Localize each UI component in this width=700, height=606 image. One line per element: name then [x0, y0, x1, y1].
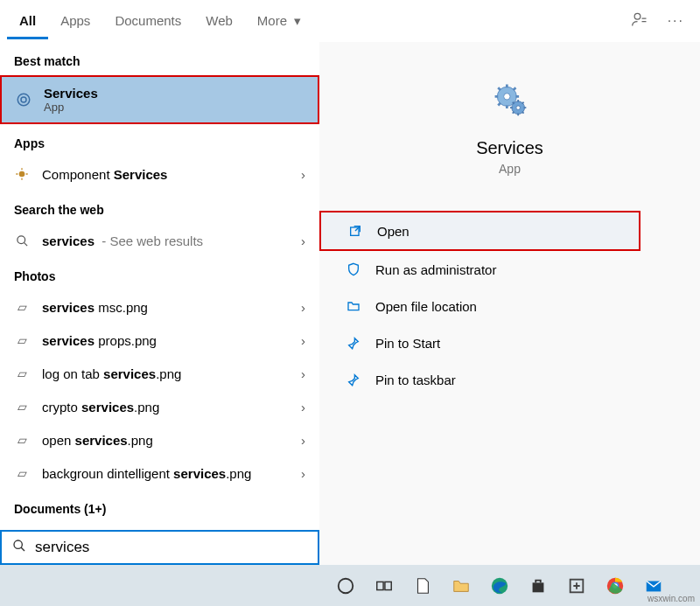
pin-icon: [346, 372, 361, 387]
store-icon[interactable]: [523, 571, 553, 601]
image-icon: ▱: [14, 299, 30, 315]
svg-point-1: [21, 97, 26, 102]
result-label: services - See web results: [42, 233, 305, 248]
action-label: Pin to taskbar: [375, 373, 456, 387]
preview-subtitle: App: [319, 162, 700, 176]
action-label: Open file location: [375, 299, 477, 314]
action-run-admin[interactable]: Run as administrator: [319, 251, 700, 288]
chevron-right-icon: ›: [301, 333, 305, 348]
best-match-subtitle: App: [44, 101, 98, 114]
search-scope-tabs: All Apps Documents Web More ▾ ···: [0, 0, 700, 42]
search-icon: [14, 233, 30, 248]
taskview-icon[interactable]: [369, 571, 399, 601]
result-label: backgroun dintelligent services.png: [42, 466, 305, 481]
svg-point-6: [503, 94, 509, 100]
search-input[interactable]: [35, 539, 307, 556]
section-apps: Apps: [0, 124, 319, 157]
result-photo-4[interactable]: ▱ open services.png ›: [0, 423, 319, 456]
result-photo-1[interactable]: ▱ services props.png ›: [0, 324, 319, 357]
action-open-location[interactable]: Open file location: [319, 288, 700, 324]
svg-point-11: [339, 578, 354, 593]
chrome-icon[interactable]: [600, 571, 630, 601]
svg-point-3: [19, 171, 25, 178]
result-photo-3[interactable]: ▱ crypto services.png ›: [0, 390, 319, 423]
more-options-icon[interactable]: ···: [668, 13, 684, 29]
chevron-right-icon: ›: [301, 233, 305, 248]
result-component-services[interactable]: Component Services ›: [0, 157, 319, 191]
chevron-right-icon: ›: [301, 366, 305, 381]
section-documents[interactable]: Documents (1+): [0, 490, 319, 523]
shield-icon: [346, 261, 361, 277]
section-photos: Photos: [0, 257, 319, 290]
files-icon[interactable]: [408, 571, 438, 601]
feedback-icon[interactable]: [631, 10, 648, 31]
chevron-right-icon: ›: [301, 466, 305, 481]
result-label: Component Services: [42, 167, 305, 182]
cortana-icon[interactable]: [331, 571, 360, 601]
results-panel: Best match Services App Apps Component S…: [0, 42, 319, 565]
image-icon: ▱: [14, 465, 30, 481]
image-icon: ▱: [14, 432, 30, 448]
explorer-icon[interactable]: [446, 571, 476, 601]
open-icon: [347, 223, 363, 239]
svg-point-8: [515, 106, 520, 110]
action-label: Open: [377, 224, 410, 239]
tab-more[interactable]: More ▾: [245, 3, 313, 40]
preview-title: Services: [319, 138, 700, 158]
result-photo-5[interactable]: ▱ backgroun dintelligent services.png ›: [0, 456, 319, 490]
action-label: Pin to Start: [375, 336, 440, 351]
edge-icon[interactable]: [485, 571, 514, 601]
result-label: services msc.png: [42, 300, 305, 315]
action-label: Run as administrator: [375, 262, 496, 277]
action-open[interactable]: Open: [319, 211, 640, 251]
image-icon: ▱: [14, 399, 30, 414]
snip-icon[interactable]: [562, 571, 592, 601]
section-web: Search the web: [0, 191, 319, 224]
services-icon: [16, 92, 32, 108]
result-label: open services.png: [42, 433, 305, 448]
result-photo-0[interactable]: ▱ services msc.png ›: [0, 290, 319, 324]
image-icon: ▱: [14, 332, 30, 348]
result-label: services props.png: [42, 333, 305, 348]
component-services-icon: [14, 166, 30, 182]
svg-rect-12: [377, 582, 383, 589]
tab-all[interactable]: All: [7, 3, 48, 39]
svg-point-0: [634, 13, 640, 19]
tab-more-label: More: [257, 13, 287, 28]
chevron-right-icon: ›: [301, 167, 305, 182]
result-photo-2[interactable]: ▱ log on tab services.png ›: [0, 357, 319, 390]
best-match-title: Services: [44, 86, 98, 101]
result-label: crypto services.png: [42, 400, 305, 414]
svg-point-4: [17, 235, 24, 243]
action-pin-start[interactable]: Pin to Start: [319, 324, 700, 361]
svg-rect-13: [385, 582, 391, 589]
tab-apps[interactable]: Apps: [48, 3, 102, 39]
tab-web[interactable]: Web: [193, 3, 245, 39]
section-best-match: Best match: [0, 42, 319, 75]
best-match-services[interactable]: Services App: [0, 75, 319, 124]
tab-documents[interactable]: Documents: [102, 3, 193, 39]
taskbar: [0, 565, 700, 606]
search-box[interactable]: [0, 530, 319, 565]
result-label: log on tab services.png: [42, 366, 305, 381]
chevron-right-icon: ›: [301, 400, 305, 414]
chevron-down-icon: ▾: [294, 13, 301, 28]
action-pin-taskbar[interactable]: Pin to taskbar: [319, 361, 700, 398]
preview-panel: Services App Open Run as administrator: [319, 42, 700, 565]
search-icon: [12, 539, 26, 556]
svg-point-10: [14, 540, 22, 548]
image-icon: ▱: [14, 366, 30, 381]
chevron-right-icon: ›: [301, 433, 305, 448]
result-web-services[interactable]: services - See web results ›: [0, 224, 319, 257]
chevron-right-icon: ›: [301, 300, 305, 315]
services-app-icon: [487, 77, 533, 122]
watermark: wsxwin.com: [648, 594, 695, 603]
folder-icon: [346, 298, 361, 314]
svg-point-2: [18, 94, 30, 106]
pin-icon: [346, 335, 361, 351]
